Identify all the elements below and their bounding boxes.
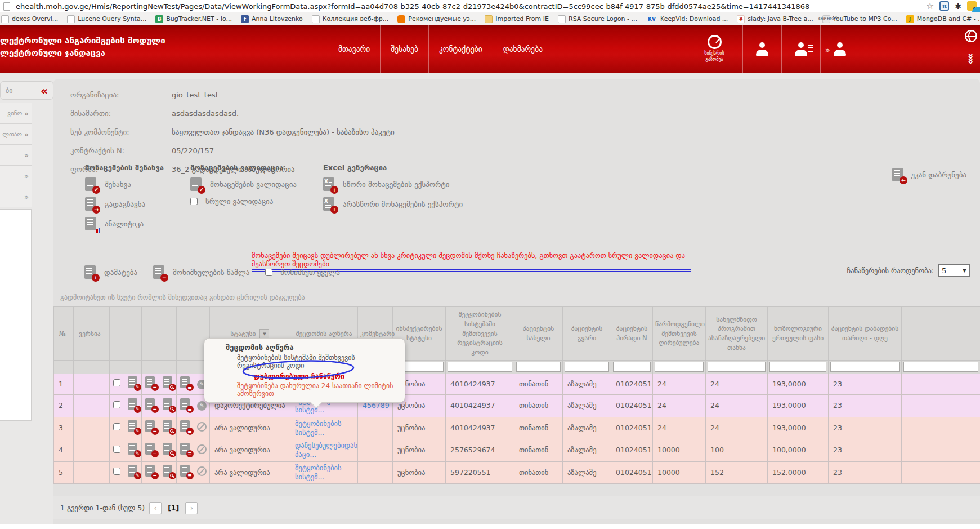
- sidebar-item[interactable]: ლთაო»: [0, 124, 32, 145]
- bookmark-item[interactable]: Imported From IE: [485, 15, 549, 23]
- edit-icon[interactable]: ✎: [128, 420, 138, 433]
- birth-day-filter-input[interactable]: [830, 362, 900, 372]
- export-invalid-button[interactable]: + არასწორი მონაცემების ექსპორტი: [323, 197, 463, 211]
- validate-button[interactable]: ✔ მონაცემების ვალიდაცია: [190, 177, 297, 192]
- bookmark-item[interactable]: dexes Overvi...: [1, 15, 58, 23]
- error-link[interactable]: შეტყობინების სისტემ...: [290, 461, 358, 484]
- sidebar-item[interactable]: »: [0, 145, 32, 166]
- code-filter-input[interactable]: [448, 362, 512, 372]
- details-icon[interactable]: ≡: [180, 398, 191, 411]
- row-checkbox[interactable]: [113, 423, 120, 430]
- col-unit-price[interactable]: ნოზოლოგიური ერთეულის ფასი: [768, 307, 829, 361]
- select-all-checkbox[interactable]: [265, 269, 272, 276]
- tooltip-error-secondary: შეტყობინება დახურულია 24 საათიანი ლიმიტი…: [237, 382, 398, 398]
- view-icon[interactable]: [163, 465, 173, 478]
- export-valid-button[interactable]: + სწორი მონაცემების ექსპორტი: [323, 177, 463, 192]
- add-row-button[interactable]: + დამატება: [84, 265, 137, 279]
- error-link[interactable]: დაწესებულებიდან პაცი...: [290, 439, 358, 462]
- col-code[interactable]: შეტყობინების სისტემაში შემთხვევის რეგისტ…: [446, 307, 514, 361]
- last-name-filter-input[interactable]: [565, 362, 609, 372]
- bug-extension-icon[interactable]: ✱: [955, 2, 961, 11]
- sidebar-item[interactable]: »: [0, 166, 32, 186]
- details-icon[interactable]: ≡: [180, 465, 191, 478]
- bookmark-item[interactable]: KVKeepVid: Download ...: [646, 15, 728, 23]
- logout-button[interactable]: »: [820, 25, 859, 73]
- sidebar-item[interactable]: ვინო»: [0, 103, 32, 124]
- edit-icon[interactable]: ✎: [128, 443, 138, 456]
- collapse-header-button[interactable]: »»: [965, 54, 977, 64]
- col-birth-day[interactable]: პაციენტის დაბადების თარიღი - დღე: [829, 307, 902, 361]
- view-icon[interactable]: [163, 420, 173, 433]
- status-filter-button[interactable]: ▼: [259, 329, 269, 339]
- row-checkbox[interactable]: [113, 379, 120, 386]
- bookmark-item[interactable]: ¥slady: Java B-Tree a...: [737, 15, 813, 23]
- pi-extension-icon[interactable]: π: [939, 1, 949, 11]
- speed-test-button[interactable]: სიჩქარის გაზომვა: [686, 25, 742, 73]
- bookmark-item[interactable]: ʃMongoDB and C# - ...: [906, 15, 980, 23]
- col-num[interactable]: №: [54, 307, 74, 361]
- sidebar-item[interactable]: »: [0, 186, 32, 207]
- details-icon[interactable]: ≡: [180, 443, 191, 456]
- nav-contacts[interactable]: კონტაქტები: [428, 25, 493, 73]
- nav-home[interactable]: მთავარი: [328, 25, 380, 73]
- presented-filter-input[interactable]: [655, 362, 704, 372]
- bookmark-item[interactable]: Коллекция веб-фр...: [312, 15, 389, 23]
- extra-filter-input[interactable]: [903, 362, 978, 372]
- view-icon[interactable]: [163, 376, 173, 389]
- records-count-select[interactable]: 5▼: [938, 264, 970, 277]
- browser-url-bar[interactable]: ehealth.moh.gov.ge/Hmis/ReportingNewTest…: [0, 0, 980, 12]
- delete-icon[interactable]: −: [145, 376, 156, 389]
- facebook-icon: f: [241, 15, 249, 23]
- delete-selected-button[interactable]: − მონიშნულების წაშლა: [153, 265, 249, 279]
- col-personal-n[interactable]: პაციენტის პირადი N: [611, 307, 653, 361]
- col-presented[interactable]: წარმოდგენილი შემთხვევის ღირებულება: [653, 307, 706, 361]
- analytics-button[interactable]: ანალიტიკა: [85, 217, 164, 231]
- details-icon[interactable]: ≡: [180, 376, 191, 389]
- bookmark-item[interactable]: fAnna Litovzenko: [241, 15, 303, 23]
- bookmark-star-icon[interactable]: ☆: [926, 1, 934, 11]
- globe-icon[interactable]: [965, 30, 977, 42]
- col-version[interactable]: ვერსია: [74, 307, 110, 361]
- delete-icon[interactable]: −: [145, 420, 156, 433]
- send-button[interactable]: → გადაგზავნა: [85, 197, 164, 211]
- user-list-button[interactable]: [781, 25, 820, 73]
- delete-icon[interactable]: −: [145, 465, 156, 478]
- personal-n-filter-input[interactable]: [613, 362, 651, 372]
- details-icon[interactable]: ≡: [180, 420, 191, 433]
- bookmark-item[interactable]: Lucene Query Synta...: [67, 15, 146, 23]
- delete-icon[interactable]: −: [145, 443, 156, 456]
- edit-icon[interactable]: ✎: [128, 376, 138, 389]
- excel-export-icon: +: [323, 177, 335, 192]
- row-checkbox[interactable]: [113, 468, 120, 475]
- col-first-name[interactable]: პაციენტის სახელი: [514, 307, 563, 361]
- url-text[interactable]: ehealth.moh.gov.ge/Hmis/ReportingNewTest…: [16, 2, 809, 11]
- row-checkbox[interactable]: [113, 446, 120, 453]
- view-icon[interactable]: [163, 443, 173, 456]
- col-checkbox: [110, 307, 124, 361]
- prev-page-button[interactable]: ‹: [149, 502, 162, 514]
- reimbursable-filter-input[interactable]: [708, 362, 766, 372]
- first-name-filter-input[interactable]: [516, 362, 561, 372]
- back-button[interactable]: ← უკან დაბრუნება: [892, 168, 966, 182]
- nav-about[interactable]: შესახებ: [380, 25, 428, 73]
- bookmark-item[interactable]: RSA Secure Logon - ...: [558, 15, 637, 23]
- full-validation-checkbox[interactable]: [190, 198, 198, 205]
- view-icon[interactable]: [163, 398, 173, 411]
- nav-help[interactable]: დახმარება: [493, 25, 553, 73]
- sidebar-collapse-button[interactable]: «: [41, 85, 48, 96]
- next-page-button[interactable]: ›: [185, 502, 198, 514]
- col-last-name[interactable]: პაციენტის გვარი: [563, 307, 611, 361]
- edit-icon[interactable]: ✎: [128, 465, 138, 478]
- current-page[interactable]: [1]: [168, 504, 179, 512]
- profile-button[interactable]: [742, 25, 781, 73]
- delete-icon[interactable]: −: [145, 398, 156, 411]
- edit-icon[interactable]: ✎: [128, 398, 138, 411]
- bookmark-item[interactable]: Рекомендуемые уз...: [397, 15, 476, 23]
- save-button[interactable]: ✔ შენახვა: [85, 177, 164, 192]
- error-link[interactable]: შეტყობინების სისტემ...: [290, 417, 358, 439]
- bookmark-item[interactable]: BBugTracker.NET - Io...: [155, 15, 232, 23]
- bookmark-item[interactable]: SNIP MP3YouTube to MP3 Co...: [822, 15, 897, 23]
- col-reimbursable[interactable]: სახელმწიფო პროგრამით ასანაზღაურებელი თან…: [706, 307, 768, 361]
- unit-price-filter-input[interactable]: [769, 362, 826, 372]
- row-checkbox[interactable]: [113, 401, 120, 408]
